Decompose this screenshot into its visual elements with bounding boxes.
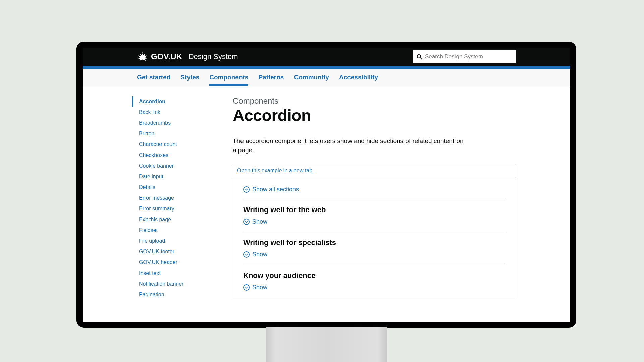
accordion-section-heading: Writing well for specialists bbox=[243, 238, 505, 247]
crown-icon bbox=[137, 52, 148, 61]
sidebar-item-button[interactable]: Button bbox=[132, 128, 226, 139]
sidebar-item-date-input[interactable]: Date input bbox=[132, 171, 226, 182]
sidebar-item-character-count[interactable]: Character count bbox=[132, 139, 226, 150]
chevron-down-icon bbox=[243, 186, 250, 193]
accordion-toggle-label: Show bbox=[252, 218, 267, 225]
accordion-toggle[interactable]: Show bbox=[243, 218, 505, 225]
accordion-toggle[interactable]: Show bbox=[243, 284, 505, 291]
page-title: Accordion bbox=[233, 106, 516, 125]
nav-item-accessibility[interactable]: Accessibility bbox=[339, 69, 378, 86]
product-name: Design System bbox=[189, 52, 238, 61]
accordion-section-heading: Writing well for the web bbox=[243, 205, 505, 214]
accordion-section[interactable]: Writing well for specialistsShow bbox=[243, 232, 505, 265]
sidebar-item-pagination[interactable]: Pagination bbox=[132, 289, 226, 300]
intro-text: The accordion component lets users show … bbox=[233, 137, 468, 155]
svg-line-1 bbox=[420, 58, 422, 59]
nav-item-styles[interactable]: Styles bbox=[180, 69, 199, 86]
sidebar-item-error-summary[interactable]: Error summary bbox=[132, 203, 226, 214]
sidebar-item-checkboxes[interactable]: Checkboxes bbox=[132, 150, 226, 161]
sidebar-item-accordion[interactable]: Accordion bbox=[132, 96, 226, 107]
nav-item-community[interactable]: Community bbox=[294, 69, 329, 86]
example-header: Open this example in a new tab bbox=[233, 164, 516, 177]
search-box[interactable] bbox=[413, 50, 516, 63]
accordion-toggle-label: Show bbox=[252, 251, 267, 258]
sidebar-item-notification-banner[interactable]: Notification banner bbox=[132, 279, 226, 289]
chevron-down-icon bbox=[243, 251, 250, 258]
chevron-down-icon bbox=[243, 284, 250, 291]
main-nav: Get startedStylesComponentsPatternsCommu… bbox=[83, 69, 570, 86]
sidebar-item-fieldset[interactable]: Fieldset bbox=[132, 225, 226, 236]
example-body: Show all sections Writing well for the w… bbox=[233, 177, 516, 298]
main-content: Components Accordion The accordion compo… bbox=[226, 96, 516, 300]
monitor-stand bbox=[266, 327, 387, 362]
accordion-toggle-label: Show bbox=[252, 284, 267, 291]
chevron-down-icon bbox=[243, 219, 250, 225]
sidebar-item-error-message[interactable]: Error message bbox=[132, 193, 226, 203]
monitor-frame: GOV.UK Design System Get startedStylesCo… bbox=[76, 42, 576, 328]
site-logo[interactable]: GOV.UK Design System bbox=[137, 52, 238, 61]
show-all-button[interactable]: Show all sections bbox=[243, 186, 505, 199]
accordion-section-heading: Know your audience bbox=[243, 271, 505, 280]
search-icon bbox=[417, 54, 422, 60]
nav-item-components[interactable]: Components bbox=[209, 69, 248, 86]
example-frame: Open this example in a new tab Show all … bbox=[233, 164, 516, 298]
sidebar-item-cookie-banner[interactable]: Cookie banner bbox=[132, 161, 226, 171]
sidebar-nav: AccordionBack linkBreadcrumbsButtonChara… bbox=[132, 96, 226, 300]
open-example-link[interactable]: Open this example in a new tab bbox=[237, 168, 312, 173]
sidebar-item-breadcrumbs[interactable]: Breadcrumbs bbox=[132, 118, 226, 128]
sidebar-item-gov-uk-footer[interactable]: GOV.UK footer bbox=[132, 246, 226, 257]
accordion-toggle[interactable]: Show bbox=[243, 251, 505, 258]
sidebar-item-exit-this-page[interactable]: Exit this page bbox=[132, 214, 226, 225]
search-input[interactable] bbox=[422, 53, 513, 60]
section-caption: Components bbox=[233, 96, 516, 106]
nav-item-patterns[interactable]: Patterns bbox=[258, 69, 284, 86]
screen: GOV.UK Design System Get startedStylesCo… bbox=[83, 48, 570, 322]
sidebar-item-details[interactable]: Details bbox=[132, 182, 226, 193]
show-all-label: Show all sections bbox=[252, 186, 299, 193]
site-name: GOV.UK bbox=[151, 52, 182, 61]
nav-item-get-started[interactable]: Get started bbox=[137, 69, 170, 86]
svg-point-0 bbox=[417, 54, 421, 58]
sidebar-item-back-link[interactable]: Back link bbox=[132, 107, 226, 118]
sidebar-item-inset-text[interactable]: Inset text bbox=[132, 268, 226, 279]
accordion-section[interactable]: Writing well for the webShow bbox=[243, 199, 505, 232]
header-accent-bar bbox=[83, 66, 570, 69]
site-header: GOV.UK Design System bbox=[83, 48, 570, 66]
sidebar-item-file-upload[interactable]: File upload bbox=[132, 236, 226, 246]
sidebar-item-gov-uk-header[interactable]: GOV.UK header bbox=[132, 257, 226, 268]
accordion-section[interactable]: Know your audienceShow bbox=[243, 265, 505, 298]
accordion-list: Writing well for the webShowWriting well… bbox=[243, 199, 505, 298]
